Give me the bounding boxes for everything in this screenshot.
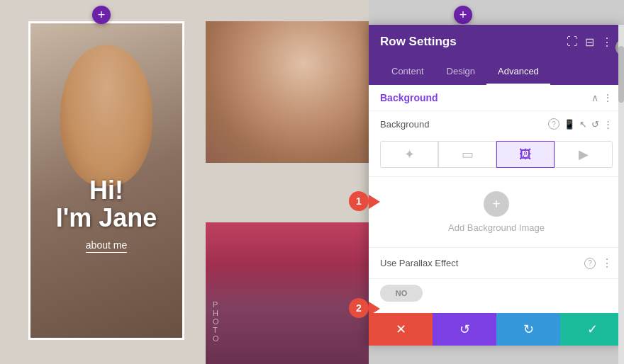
face-closeup-bottom: PHOTO (206, 222, 369, 364)
page-canvas: + Hi! I'm Jane about me PHOTO (0, 0, 369, 364)
bg-type-video[interactable]: ▶ (555, 141, 613, 168)
about-me-link[interactable]: about me (86, 239, 127, 253)
parallax-more-icon[interactable]: ⋮ (601, 256, 613, 270)
parallax-toggle[interactable]: NO (380, 285, 423, 302)
undo-icon: ↺ (459, 322, 470, 337)
badge-1: 1 (349, 191, 369, 211)
background-controls: ? 📱 ↖ ↺ ⋮ (548, 118, 613, 130)
right-image-bottom: PHOTO (206, 222, 369, 364)
expand-icon[interactable]: ⛶ (567, 35, 578, 48)
bg-type-none[interactable]: ✦ (380, 141, 438, 168)
face-closeup-top (206, 21, 369, 163)
portrait-card: Hi! I'm Jane about me (28, 21, 184, 340)
background-cursor-icon[interactable]: ↖ (579, 119, 587, 130)
add-background-area[interactable]: + Add Background Image (369, 177, 624, 248)
bg-none-icon: ✦ (404, 147, 415, 162)
background-more-icon[interactable]: ⋮ (603, 119, 613, 130)
more-options-icon[interactable]: ⋮ (601, 35, 613, 49)
parallax-controls: ? ⋮ (584, 256, 613, 270)
parallax-help-icon[interactable]: ? (584, 258, 596, 269)
row-settings-panel: Row Settings ⛶ ⊟ ⋮ Content Design Advanc… (369, 25, 624, 346)
badge-2: 2 (349, 298, 369, 318)
panel-tabs: Content Design Advanced (369, 59, 624, 85)
scrollbar-thumb[interactable] (618, 46, 624, 103)
bg-type-buttons: ✦ ▭ 🖼 ▶ (369, 137, 624, 177)
panel-content: Background ∧ ⋮ Background ? 📱 ↖ ↺ ⋮ ✦ ▭ (369, 85, 624, 346)
badge-1-arrow (369, 195, 380, 209)
right-image-top (206, 21, 369, 163)
badge-2-arrow (369, 302, 380, 316)
cancel-button[interactable]: ✕ (369, 313, 433, 346)
bg-image-icon: 🖼 (519, 147, 532, 162)
undo-button[interactable]: ↺ (433, 313, 496, 346)
add-bg-label: Add Background Image (448, 222, 545, 233)
portrait-text: Hi! I'm Jane about me (30, 176, 182, 253)
tab-design[interactable]: Design (435, 59, 486, 85)
bg-type-image[interactable]: 🖼 (496, 141, 555, 168)
parallax-label: Use Parallax Effect (380, 258, 579, 268)
background-row: Background ? 📱 ↖ ↺ ⋮ (369, 111, 624, 137)
add-row-mid-button[interactable]: + (454, 6, 472, 24)
background-device-icon[interactable]: 📱 (564, 119, 575, 130)
save-icon: ✓ (587, 322, 598, 337)
save-button[interactable]: ✓ (560, 313, 624, 346)
section-title: Background (380, 92, 438, 103)
section-more-icon[interactable]: ⋮ (603, 92, 613, 103)
bg-video-icon: ▶ (579, 147, 589, 162)
background-label: Background (380, 119, 542, 130)
hi-text: Hi! I'm Jane (30, 176, 182, 232)
bg-color-icon: ▭ (462, 147, 474, 162)
section-header-right: ∧ ⋮ (591, 92, 613, 103)
redo-icon: ↻ (523, 322, 534, 337)
cancel-icon: ✕ (396, 322, 406, 337)
parallax-row: Use Parallax Effect ? ⋮ (369, 248, 624, 279)
background-help-icon[interactable]: ? (548, 118, 559, 130)
panel-title: Row Settings (380, 35, 457, 49)
collapse-icon[interactable]: ∧ (591, 92, 598, 103)
bg-type-color[interactable]: ▭ (438, 141, 496, 168)
scrollbar[interactable] (618, 25, 624, 364)
woman-face (60, 45, 152, 186)
panel-header-icons: ⛶ ⊟ ⋮ (567, 35, 613, 49)
panel-header: Row Settings ⛶ ⊟ ⋮ (369, 25, 624, 59)
add-bg-button[interactable]: + (484, 191, 509, 217)
add-row-top-button[interactable]: + (92, 6, 111, 24)
background-reset-icon[interactable]: ↺ (591, 119, 599, 130)
tab-content[interactable]: Content (380, 59, 435, 85)
redo-button[interactable]: ↻ (496, 313, 560, 346)
toggle-area: NO (369, 279, 624, 313)
columns-icon[interactable]: ⊟ (585, 35, 594, 49)
toggle-value: NO (396, 289, 408, 297)
tab-advanced[interactable]: Advanced (486, 59, 550, 85)
action-bar: ✕ ↺ ↻ ✓ (369, 313, 624, 346)
background-section-header: Background ∧ ⋮ (369, 85, 624, 111)
